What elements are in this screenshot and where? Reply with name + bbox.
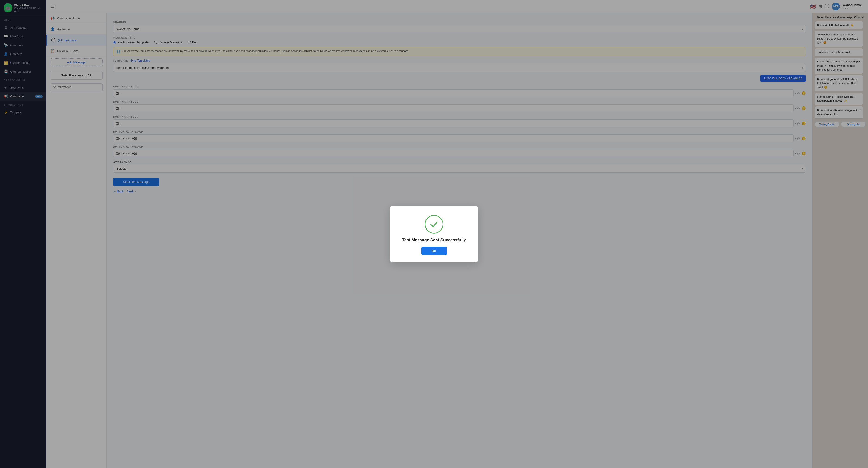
success-check-icon [425, 215, 443, 234]
modal-message: Test Message Sent Successfully [402, 238, 466, 242]
modal-box: Test Message Sent Successfully OK [390, 206, 478, 263]
modal-overlay[interactable]: Test Message Sent Successfully OK [0, 0, 868, 468]
modal-ok-button[interactable]: OK [422, 247, 447, 255]
